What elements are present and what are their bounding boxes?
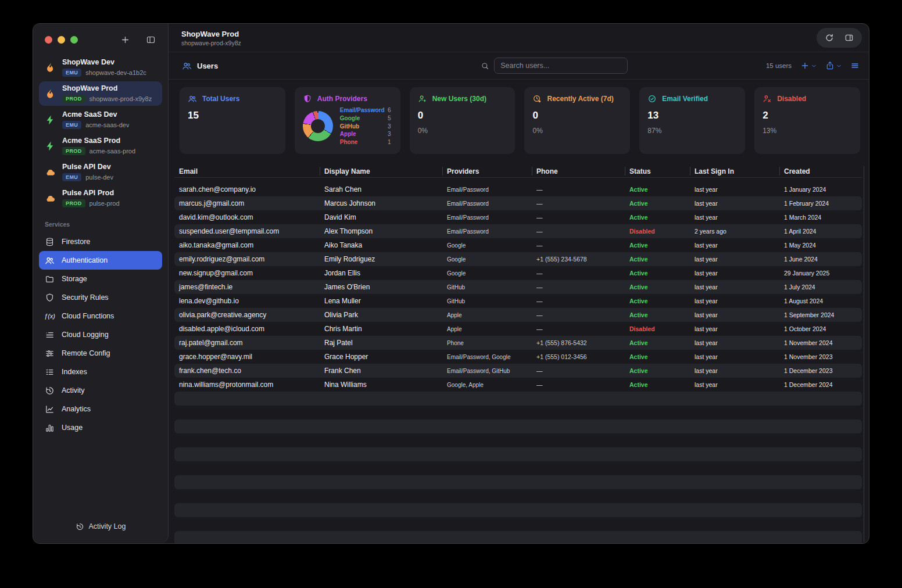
cell-display-name: Chris Martin <box>320 325 442 333</box>
add-user-button[interactable] <box>800 60 817 71</box>
project-name: Acme SaaS Dev <box>62 110 129 119</box>
project-id: shopwave-prod-x9y8z <box>181 40 241 46</box>
toggle-inspector-button[interactable] <box>840 30 858 46</box>
minimize-window-button[interactable] <box>58 36 65 44</box>
sidebar-project-acme-saas-dev[interactable]: Acme SaaS DevEMUacme-saas-dev <box>39 107 162 132</box>
table-row[interactable]: raj.patel@gmail.comRaj PatelPhone+1 (555… <box>174 336 862 350</box>
filter-button[interactable] <box>850 61 860 70</box>
sidebar-project-shopwave-prod[interactable]: ShopWave ProdPRODshopwave-prod-x9y8z <box>39 81 162 106</box>
sidebar-project-acme-saas-prod[interactable]: Acme SaaS ProdPRODacme-saas-prod <box>39 134 162 158</box>
legend-row: Email/Password6 <box>340 106 392 114</box>
chevron-down-icon <box>811 60 817 71</box>
table-row[interactable]: disabled.apple@icloud.comChris MartinApp… <box>174 322 862 336</box>
sidebar-project-pulse-api-dev[interactable]: Pulse API DevEMUpulse-dev <box>39 160 162 184</box>
table-row[interactable]: suspended.user@tempmail.comAlex Thompson… <box>174 224 862 238</box>
cell-last-sign-in: last year <box>690 297 779 304</box>
table-row[interactable]: nina.williams@protonmail.comNina William… <box>174 378 862 392</box>
table-row[interactable]: grace.hopper@navy.milGrace HopperEmail/P… <box>174 350 862 364</box>
sidebar-project-shopwave-dev[interactable]: ShopWave DevEMUshopwave-dev-a1b2c <box>39 55 162 80</box>
toggle-sidebar-button[interactable] <box>144 33 158 46</box>
cell-phone: +1 (555) 234-5678 <box>532 256 625 263</box>
cell-last-sign-in: last year <box>690 200 779 207</box>
plus-icon <box>120 35 130 45</box>
sidebar-item-authentication[interactable]: Authentication <box>39 251 162 270</box>
table-row[interactable]: new.signup@gmail.comJordan EllisGoogle—A… <box>174 266 862 280</box>
cell-phone: — <box>532 381 625 388</box>
column-header-display-name[interactable]: Display Name <box>320 165 442 177</box>
sidebar-project-pulse-api-prod[interactable]: Pulse API ProdPRODpulse-prod <box>39 186 162 210</box>
sidebar-item-indexes[interactable]: Indexes <box>39 363 162 381</box>
add-project-button[interactable] <box>118 33 132 46</box>
search-input[interactable] <box>494 58 628 74</box>
cell-display-name: Marcus Johnson <box>320 199 442 207</box>
table-row[interactable]: david.kim@outlook.comDavid KimEmail/Pass… <box>174 210 862 224</box>
cell-status: Active <box>625 200 690 207</box>
cell-providers: Phone <box>442 340 532 346</box>
users-icon <box>45 256 55 266</box>
cell-email: grace.hopper@navy.mil <box>174 353 320 361</box>
sidebar-item-security-rules[interactable]: Security Rules <box>39 288 162 307</box>
column-header-created[interactable]: Created <box>779 165 862 177</box>
column-header-last-sign-in[interactable]: Last Sign In <box>690 165 779 177</box>
export-button[interactable] <box>825 60 842 71</box>
table-row-empty <box>174 503 862 517</box>
project-title-block: ShopWave Prod shopwave-prod-x9y8z <box>181 30 241 46</box>
cell-phone: +1 (555) 012-3456 <box>532 353 625 360</box>
legend-count: 3 <box>388 130 392 138</box>
cell-last-sign-in: 2 years ago <box>690 228 779 235</box>
sidebar-item-remote-config[interactable]: Remote Config <box>39 344 162 363</box>
recently-active-card: Recently Active (7d) 0 0% <box>524 87 630 154</box>
table-row[interactable]: marcus.j@gmail.comMarcus JohnsonEmail/Pa… <box>174 196 862 210</box>
table-row-empty <box>174 433 862 447</box>
project-info: ShopWave ProdPRODshopwave-prod-x9y8z <box>62 84 152 103</box>
legend-count: 5 <box>388 114 392 123</box>
close-window-button[interactable] <box>45 36 52 44</box>
table-row[interactable]: olivia.park@creative.agencyOlivia ParkAp… <box>174 308 862 322</box>
project-meta: PRODacme-saas-prod <box>62 147 135 155</box>
sidebar-item-activity[interactable]: Activity <box>39 381 162 400</box>
scrollbar-track[interactable] <box>864 166 864 542</box>
cell-phone: — <box>532 297 625 304</box>
legend-count: 6 <box>388 106 392 114</box>
cell-email: olivia.park@creative.agency <box>174 311 320 319</box>
table-header: EmailDisplay NameProvidersPhoneStatusLas… <box>174 165 862 178</box>
sidebar-item-storage[interactable]: Storage <box>39 270 162 288</box>
table-row-empty <box>174 420 862 433</box>
table-row[interactable]: emily.rodriguez@gmail.comEmily Rodriguez… <box>174 252 862 266</box>
cell-providers: Email/Password <box>442 214 532 221</box>
sidebar-item-firestore[interactable]: Firestore <box>39 232 162 251</box>
cell-phone: — <box>532 228 625 235</box>
folder-icon <box>45 274 55 284</box>
sidebar-item-label: Cloud Logging <box>62 331 109 339</box>
column-header-status[interactable]: Status <box>625 165 690 177</box>
cell-last-sign-in: last year <box>690 367 779 374</box>
auth-providers-card: Auth Providers Email/Password6Google5Git… <box>295 87 400 154</box>
sliders-icon <box>45 349 55 358</box>
column-header-email[interactable]: Email <box>174 165 320 177</box>
share-icon <box>825 61 835 70</box>
table-row[interactable]: lena.dev@github.ioLena MullerGitHub—Acti… <box>174 294 862 308</box>
activity-log-button[interactable]: Activity Log <box>39 514 162 539</box>
sidebar-item-usage[interactable]: Usage <box>39 418 162 437</box>
sidebar-item-cloud-functions[interactable]: ƒ(x)Cloud Functions <box>39 307 162 325</box>
sidebar-item-analytics[interactable]: Analytics <box>39 400 162 418</box>
project-list: ShopWave DevEMUshopwave-dev-a1b2cShopWav… <box>39 55 162 210</box>
cell-last-sign-in: last year <box>690 186 779 193</box>
zoom-window-button[interactable] <box>70 36 78 44</box>
table-row[interactable]: frank.chen@tech.coFrank ChenEmail/Passwo… <box>174 364 862 378</box>
column-header-providers[interactable]: Providers <box>442 165 532 177</box>
cell-last-sign-in: last year <box>690 242 779 249</box>
legend-count: 3 <box>388 123 392 131</box>
search-area <box>481 58 628 74</box>
cell-email: new.signup@gmail.com <box>174 269 320 277</box>
refresh-button[interactable] <box>821 30 838 46</box>
sidebar-item-cloud-logging[interactable]: Cloud Logging <box>39 325 162 344</box>
column-header-phone[interactable]: Phone <box>532 165 625 177</box>
card-label: Disabled <box>777 95 806 103</box>
table-row[interactable]: aiko.tanaka@gmail.comAiko TanakaGoogle—A… <box>174 238 862 252</box>
table-row[interactable]: james@fintech.ieJames O'BrienGitHub—Acti… <box>174 280 862 294</box>
cell-last-sign-in: last year <box>690 214 779 221</box>
plus-icon <box>800 61 810 70</box>
table-row-empty <box>174 392 862 406</box>
table-row[interactable]: sarah.chen@company.ioSarah ChenEmail/Pas… <box>174 182 862 196</box>
